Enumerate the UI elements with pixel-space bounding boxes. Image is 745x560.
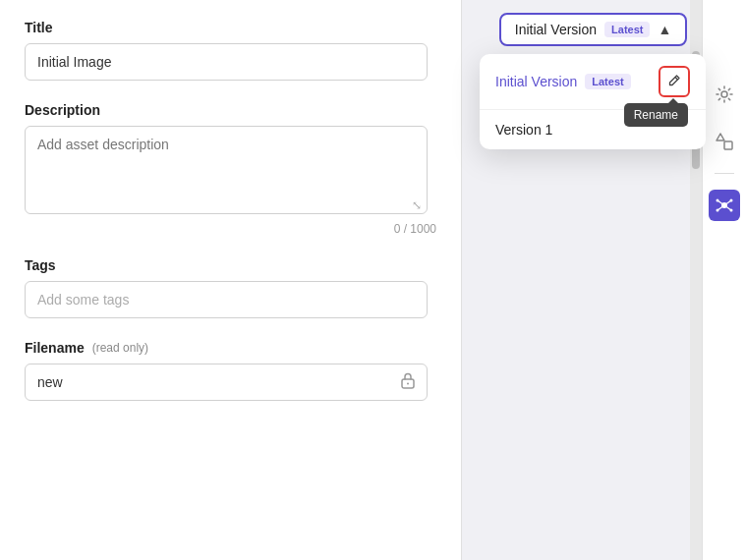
edit-pencil-icon [667, 74, 681, 90]
char-count: 0 / 1000 [25, 222, 436, 236]
title-input[interactable] [25, 43, 428, 81]
title-label: Title [25, 20, 436, 35]
tags-field-group: Tags [25, 257, 436, 318]
network-toolbar-icon[interactable] [709, 190, 740, 221]
rename-button[interactable]: Rename [659, 66, 690, 97]
dropdown-item-label-initial: Initial Version [495, 74, 577, 89]
toolbar-divider [715, 173, 734, 174]
filename-field-group: Filename (read only) [25, 340, 436, 401]
side-toolbar [702, 0, 745, 560]
svg-point-2 [721, 91, 727, 97]
filename-label: Filename (read only) [25, 340, 436, 356]
shapes-toolbar-icon[interactable] [709, 126, 740, 157]
tags-label: Tags [25, 257, 436, 273]
filename-input[interactable] [25, 364, 428, 401]
svg-point-1 [407, 383, 409, 385]
resize-icon: ⤡ [412, 198, 422, 212]
read-only-note: (read only) [92, 341, 148, 355]
rename-tooltip: Rename [624, 103, 688, 127]
dropdown-item-label-v1: Version 1 [495, 122, 552, 138]
latest-badge-dropdown: Latest [585, 74, 630, 89]
svg-rect-3 [724, 141, 732, 149]
version-label: Initial Version [515, 22, 597, 37]
filename-input-wrapper [25, 364, 428, 401]
dropdown-item-initial[interactable]: Initial Version Latest Rename [480, 54, 706, 109]
lock-icon [400, 371, 416, 393]
version-dropdown: Initial Version Latest Rename Version 1 [480, 54, 706, 149]
right-area: Initial Version Latest ▲ ··· Initial Ver… [462, 0, 745, 560]
description-field-group: Description ⤡ 0 / 1000 [25, 102, 436, 236]
tags-input[interactable] [25, 281, 428, 318]
settings-toolbar-icon[interactable] [709, 79, 740, 110]
main-container: Title Description ⤡ 0 / 1000 Tags Filena… [0, 0, 745, 560]
description-label: Description [25, 102, 436, 118]
description-wrapper: ⤡ [25, 126, 428, 218]
left-panel: Title Description ⤡ 0 / 1000 Tags Filena… [0, 0, 462, 560]
dropdown-item-left: Initial Version Latest [495, 74, 631, 89]
description-textarea[interactable] [25, 126, 428, 214]
title-field-group: Title [25, 20, 436, 81]
version-selector-button[interactable]: Initial Version Latest ▲ [499, 13, 688, 46]
chevron-up-icon: ▲ [658, 22, 671, 37]
latest-badge-header: Latest [604, 22, 650, 37]
